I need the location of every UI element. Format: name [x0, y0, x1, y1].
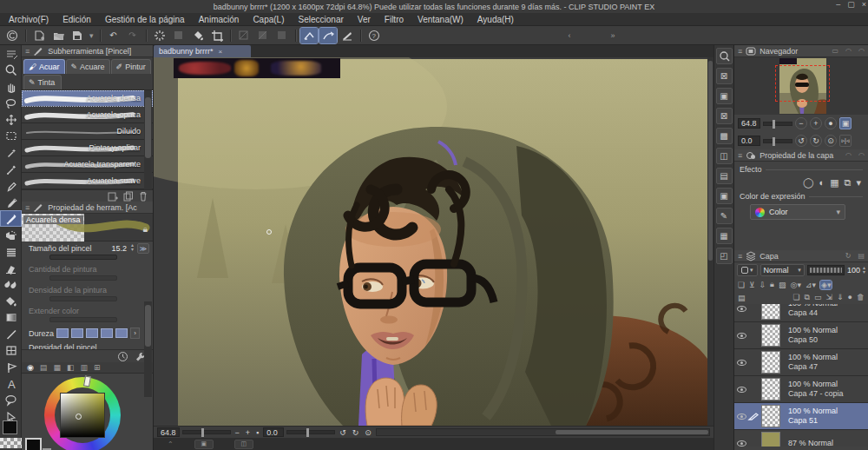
rotate-canvas-tool-icon[interactable] [0, 95, 22, 111]
navigator-header[interactable]: ≡ Navegador ▭◠◠ [734, 45, 868, 57]
approx-color-tab-icon[interactable]: ▥ [80, 363, 88, 372]
nav-zoom-in-icon[interactable]: + [810, 117, 822, 129]
brush-tool-icon[interactable] [0, 210, 22, 227]
extend-color-slider[interactable] [49, 317, 117, 322]
foreground-color-swatch[interactable] [25, 438, 42, 450]
material-panel-icon-8[interactable]: ✎ [716, 208, 733, 224]
subtool-panel-header[interactable]: ≡ Subherramienta [Pincel] [22, 45, 153, 57]
auto-select-tool-icon[interactable] [0, 144, 22, 161]
nav-flip-horizontal-icon[interactable]: ▹|◃ [839, 135, 852, 147]
redo-icon[interactable]: ↷ [124, 28, 141, 43]
menu-seleccionar[interactable]: Seleccionar [299, 15, 344, 24]
nav-rotate-cw-icon[interactable]: ↻ [810, 135, 822, 147]
combine-layer-icon[interactable]: ⇓ [837, 293, 844, 302]
opacity-spinner[interactable]: ▴▾ [863, 266, 865, 275]
layer-palette-color-dropdown[interactable]: ▾ [737, 264, 758, 276]
nav-reset-rotation-icon[interactable]: ⊙ [825, 135, 837, 147]
hand-tool-icon[interactable] [0, 78, 22, 95]
new-raster-layer-icon[interactable]: ❏ [792, 293, 799, 302]
layer-row-capa-47[interactable]: 100 % NormalCapa 47 [734, 349, 868, 376]
layer-mask-icon[interactable]: ◈▾ [820, 281, 832, 289]
sv-selector[interactable] [76, 414, 82, 420]
new-folder-icon[interactable]: ▭ [814, 293, 822, 302]
material-panel-icon-5[interactable]: ◫ [716, 148, 733, 164]
blend-tool-icon[interactable] [0, 276, 22, 293]
navigator-rotation-value[interactable]: 0.0 [738, 136, 760, 146]
nav-fit-window-icon[interactable]: ▣ [839, 117, 852, 129]
panel-menu-icon[interactable]: ≡ [738, 47, 742, 56]
color-wheel-tab-icon[interactable]: ◉ [27, 363, 34, 372]
text-tool-icon[interactable]: A [0, 375, 22, 392]
navigator-zoom-value[interactable]: 64.8 [738, 118, 760, 129]
layer-visible-icon[interactable] [737, 333, 746, 339]
clip-studio-logo-icon[interactable] [3, 28, 21, 43]
layer-row-capa-47-copia[interactable]: 100 % NormalCapa 47 - copia [734, 376, 868, 403]
snap-ruler-icon[interactable] [235, 28, 253, 43]
paint-amount-slider[interactable] [49, 275, 117, 281]
navigator-thumbnail-area[interactable] [734, 57, 868, 115]
timeline-button[interactable]: ▣ [194, 440, 214, 449]
undo-icon[interactable]: ↶ [105, 28, 122, 43]
brush-item-acuarela-suave[interactable]: Acuarela suave [22, 173, 153, 189]
color-slider-tab-icon[interactable]: ▤ [40, 363, 48, 372]
effect-tone-icon[interactable]: ◐ [819, 177, 825, 189]
navigator-rotation-slider[interactable] [763, 139, 792, 143]
layer-visible-icon[interactable] [737, 387, 746, 393]
brush-item-pintar-y-aplicar[interactable]: Pintar y aplicar [22, 140, 153, 156]
blend-mode-select[interactable]: Normal ▾ [760, 264, 805, 276]
tab-pintura[interactable]: ✐Pintur [111, 59, 151, 74]
rotation-value[interactable]: 0.0 [263, 427, 284, 437]
panel-menu-icon[interactable]: ≡ [25, 203, 30, 212]
perspective-ruler-tool-icon[interactable] [0, 359, 22, 375]
transfer-layer-icon[interactable]: ⇲ [825, 293, 832, 302]
zoom-slider[interactable] [182, 430, 231, 434]
effect-dropdown-chevron[interactable]: ▾ [856, 177, 861, 189]
delete-subtool-icon[interactable] [139, 191, 148, 202]
hardness-more-button[interactable]: › [130, 328, 140, 339]
hardness-step[interactable] [115, 328, 128, 338]
effect-border-icon[interactable]: ◯ [803, 177, 813, 189]
layer-thumbnail[interactable] [761, 405, 780, 427]
toolstrip-menu-icon[interactable] [0, 45, 22, 62]
move-tool-icon[interactable] [0, 111, 22, 128]
brush-item-acuarela-densa[interactable]: Acuarela densa [22, 90, 153, 107]
effect-dots-icon[interactable]: ▦ [830, 177, 838, 189]
zoom-out-icon[interactable]: − [233, 428, 241, 437]
lock-transparent-icon[interactable]: ▨ [779, 281, 786, 289]
figure-tool-icon[interactable] [0, 326, 22, 342]
layers-panel-header[interactable]: ≡ Capa ↻▤ [734, 250, 868, 262]
menu-ventana[interactable]: Ventana(W) [418, 15, 464, 24]
material-panel-icon-2[interactable]: ▣ [716, 88, 733, 104]
layer-row-capa-44[interactable]: 100 % NormalCapa 44 [734, 304, 868, 322]
correct-line-toggle-icon[interactable] [300, 28, 318, 43]
brush-item-acuarela-opaca[interactable]: Acuarela opaca [22, 107, 153, 123]
tab-tinta[interactable]: ✎Tinta [23, 75, 62, 89]
animation-folder-icon[interactable]: ⊻ [749, 281, 755, 289]
layer-row-capa-50[interactable]: 100 % NormalCapa 50 [734, 322, 868, 349]
maximize-button[interactable]: ▢ [847, 0, 855, 9]
brush-density-row[interactable]: Densidad del pincel [22, 341, 153, 349]
menu-edicion[interactable]: Edición [62, 15, 91, 24]
new-canvas-icon[interactable] [30, 28, 48, 43]
hardness-step[interactable] [56, 328, 69, 338]
expression-color-select[interactable]: Color ▾ [750, 204, 845, 220]
add-subtool-icon[interactable] [108, 191, 118, 202]
navigator-zoom-slider[interactable] [763, 122, 792, 126]
material-panel-icon-4[interactable]: ▩ [716, 128, 733, 144]
layer-row-capa-51-selected[interactable]: 100 % NormalCapa 51 [734, 403, 868, 430]
airbrush-tool-icon[interactable] [0, 227, 22, 243]
brush-item-diluido[interactable]: Diluido [22, 123, 153, 140]
document-tab[interactable]: badbunny brrrr* × [154, 45, 251, 57]
fill-area-icon[interactable] [189, 28, 207, 43]
brush-list-scrollbar[interactable] [144, 90, 152, 189]
canvas-artwork[interactable] [178, 59, 707, 426]
close-button[interactable]: × [862, 0, 866, 9]
canvas-region[interactable] [154, 57, 713, 426]
layer-row-87-normal[interactable]: 87 % Normal [734, 430, 868, 447]
tab-acuarela[interactable]: 🖌︎Acuar [23, 59, 65, 74]
balloon-tool-icon[interactable] [0, 392, 22, 408]
canvas-horizontal-scrollbar[interactable] [376, 428, 710, 436]
layer-list-view-icon[interactable]: ▤ [738, 294, 746, 302]
brush-item-acuarela-transparente[interactable]: Acuarela transparente [22, 156, 153, 173]
rotate-ccw-icon[interactable]: ↺ [338, 428, 348, 437]
